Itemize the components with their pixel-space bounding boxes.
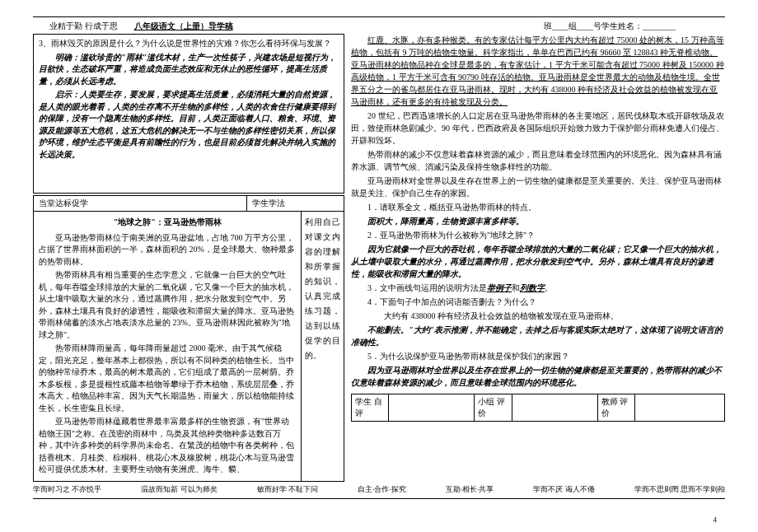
header: 业精于勤 行成于思 八年级语文（上册）导学稿 班____组____号学生姓名：_… [33,21,725,32]
left-column: 3、雨林毁灭的原因是什么？为什么说是世界性的灾难？你怎么看待环保与发展？ 明确：… [33,34,344,482]
footer-4: 自主·合作·探究 [358,484,406,495]
q4: 4．下面句子中加点的词语能否删去？为什么？ [351,296,725,308]
article-p1: 亚马逊热带雨林位于南美洲的亚马逊盆地，占地 700 万平方公里，占据了世界雨林面… [39,232,296,268]
article-title: "地球之肺"：亚马逊热带雨林 [39,217,296,229]
eval-student-cell[interactable] [389,394,475,422]
evaluation-table: 学生 自评 小组 评价 教师 评价 [351,394,725,422]
q5: 5．为什么说保护亚马逊热带雨林就是保护我们的家园？ [351,350,725,362]
eval-teacher-label: 教师 评价 [597,394,634,422]
article-p3: 热带雨林降雨量高，每年降雨量超过 2000 毫米。由于其气候稳定，阳光充足，整年… [39,343,296,414]
a1: 面积大，降雨量高，生物资源丰富多样等。 [351,215,725,227]
article-side: 利用自己对课文内容的理解和所掌握的知识，认真完成练习题，达到以练促学的目的。 [302,212,344,481]
question-3: 3、雨林毁灭的原因是什么？为什么说是世界性的灾难？你怎么看待环保与发展？ [39,38,339,50]
a5: 因为亚马逊雨林对全世界以及生存在世界上的一切生物的健康都是至关重要的，热带雨林的… [351,364,725,389]
header-title: 八年级语文（上册）导学稿 [134,21,233,32]
page-frame: 业精于勤 行成于思 八年级语文（上册）导学稿 班____组____号学生姓名：_… [33,16,725,499]
right-p3: 热带雨林的减少不仅意味着森林资源的减少，而且意味着全球范围内的环境恶化。因为森林… [351,148,725,173]
article-p2: 热带雨林具有相当重要的生态学意义，它就像一台巨大的空气吐机，每年吞噬全球排放的大… [39,269,296,341]
right-p4: 亚马逊雨林对全世界以及生存在世界上的一切生物的健康都是至关重要的。关注、保护亚马… [351,175,725,199]
footer: 学而时习之 不亦悦乎 温故而知新 可以为师矣 敏而好学 不耻下问 自主·合作·探… [33,482,725,495]
right-p1: 红鹿、水豚，亦有多种猴类。有的专家估计每平方公里内大约有超过 75000 处的树… [351,34,725,108]
article-main: "地球之肺"：亚马逊热带雨林 亚马逊热带雨林位于南美洲的亚马逊盆地，占地 700… [34,212,302,481]
header-blanks: 班____组____号学生姓名：________ [544,21,676,32]
footer-6: 学而不厌 诲人不倦 [533,484,594,495]
answer-3: 明确：滥砍珍贵的"雨林"滥伐木材，生产一次性筷子，兴建农场是短视行为，目欲快，生… [39,52,339,88]
article-p4: 亚马逊热带雨林蕴藏着世界最丰富最多样的生物资源，有"世界动植物王国"之称。在茂密… [39,416,296,476]
section-row: 当堂达标促学 学生学法 [33,195,344,212]
footer-7: 学而不思则罔 思而不学则殆 [634,484,725,495]
eval-group-cell[interactable] [512,394,597,422]
footer-5: 互助·相长·共享 [446,484,494,495]
q4b: 大约有 438000 种有经济及社会效益的植物被发现在亚马逊雨林。 [351,310,725,322]
footer-3: 敏而好学 不耻下问 [257,484,318,495]
a2: 因为它就像一个巨大的吞吐机，每年吞噬全球排放的大量的二氧化碳；它又像一个巨大的抽… [351,243,725,280]
eval-group-label: 小组 评价 [475,394,512,422]
main-columns: 3、雨林毁灭的原因是什么？为什么说是世界性的灾难？你怎么看待环保与发展？ 明确：… [33,34,725,482]
section-cell-left: 当堂达标促学 [34,196,247,211]
a4: 不能删去。"大约"表示推测，并不能确定，去掉之后与客观实际太绝对了，这体现了说明… [351,324,725,348]
q3: 3．文中画线句运用的说明方法是举例子和列数字。 [351,282,725,294]
footer-1: 学而时习之 不亦悦乎 [33,484,101,495]
section-cell-right: 学生学法 [247,196,344,211]
right-p2: 20 世纪，巴西迅速增长的人口定居在亚马逊热带雨林的各主要地区，居民伐林取木或开… [351,110,725,147]
question-block: 3、雨林毁灭的原因是什么？为什么说是世界性的灾难？你怎么看待环保与发展？ 明确：… [33,34,344,194]
header-motto: 业精于勤 行成于思 [49,21,118,32]
hint-text: 启示：人类要生存，要发展，要求提高生活质量，必须消耗大量的自然资源，是人类的眼光… [39,89,339,161]
right-column: 红鹿、水豚，亦有多种猴类。有的专家估计每平方公里内大约有超过 75000 处的树… [344,34,725,482]
eval-teacher-cell[interactable] [635,394,725,422]
q2: 2．亚马逊热带雨林为什么被称为"地球之肺"？ [351,229,725,241]
article-row: "地球之肺"：亚马逊热带雨林 亚马逊热带雨林位于南美洲的亚马逊盆地，占地 700… [33,212,344,482]
q1: 1．请联系全文，概括亚马逊热带雨林的特点。 [351,201,725,213]
footer-2: 温故而知新 可以为师矣 [141,484,217,495]
eval-student-label: 学生 自评 [352,394,389,422]
